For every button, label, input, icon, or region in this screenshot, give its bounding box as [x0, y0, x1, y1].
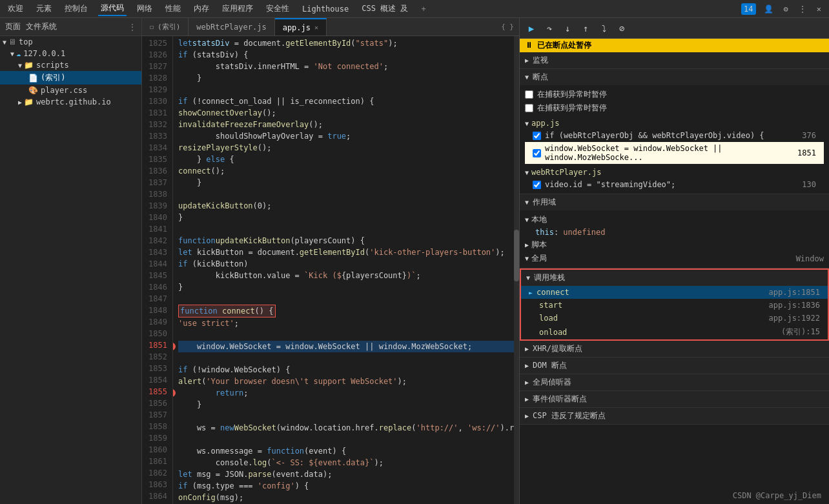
- dom-arrow: ▶: [525, 362, 529, 369]
- code-line-1864: onConfig(msg);: [178, 492, 514, 503]
- call-entry-connect[interactable]: ► connect app.js:1851: [521, 286, 828, 299]
- exception-check-2[interactable]: [525, 104, 533, 112]
- sidebar-label-top: top: [19, 37, 33, 46]
- breakpoint-dot-1851: [173, 343, 176, 350]
- sidebar-label-scripts: scripts: [36, 61, 69, 70]
- call-loc-connect: app.js:1851: [769, 288, 820, 297]
- bp-text-appjs-1851: window.WebSocket = window.WebSocket || w…: [545, 144, 797, 162]
- menu-security[interactable]: 安全性: [263, 2, 292, 15]
- tab-webrtcplayer[interactable]: webRtcPlayer.js: [189, 18, 274, 35]
- sidebar-item-scripts[interactable]: ▼ 📁 scripts: [0, 59, 141, 71]
- editor-tabs: ◻ (索引) webRtcPlayer.js app.js ✕ { }: [142, 18, 519, 36]
- sidebar-item-top[interactable]: ▼ 🖥 top: [0, 36, 141, 48]
- code-line-1860: ws.onmessage = function(event) {: [178, 445, 514, 457]
- scope-global-header[interactable]: ▼ 全局 Window: [525, 252, 824, 265]
- exception-label-1: 在捕获到异常时暂停: [537, 89, 607, 100]
- callstack-header[interactable]: ▼ 调用堆栈: [521, 270, 828, 286]
- menu-elements[interactable]: 元素: [34, 2, 54, 15]
- tab-appjs[interactable]: app.js ✕: [275, 18, 327, 35]
- code-line-1852: [178, 352, 514, 364]
- editor-scrollbar[interactable]: [514, 36, 519, 504]
- menu-add[interactable]: +: [418, 3, 428, 15]
- csp-header[interactable]: ▶ CSP 违反了规定断点: [520, 408, 829, 424]
- scope-key-this: this: [535, 228, 554, 237]
- tab-count: 14: [741, 3, 755, 15]
- sidebar-item-css[interactable]: 🎨 player.css: [0, 85, 141, 96]
- section-global-listeners: ▶ 全局侦听器: [520, 374, 829, 391]
- scope-header[interactable]: ▼ 作用域: [520, 194, 829, 210]
- debug-status-bar: ⏸ 已在断点处暂停: [520, 39, 829, 52]
- code-line-1841: [178, 223, 514, 235]
- dom-header[interactable]: ▶ DOM 断点: [520, 358, 829, 374]
- code-line-1849: 'use strict';: [178, 318, 514, 329]
- tab-filesystem[interactable]: 文件系统: [26, 21, 57, 32]
- menu-right: 14 👤 ⚙ ⋮ ✕: [741, 3, 824, 15]
- scope-local-header[interactable]: ▼ 本地: [525, 213, 824, 227]
- callstack-content: ► connect app.js:1851 start app.js:1836 …: [521, 286, 828, 339]
- menu-bar: 欢迎 元素 控制台 源代码 网络 性能 内存 应用程序 安全性 Lighthou…: [0, 0, 829, 18]
- section-xhr: ▶ XHR/提取断点: [520, 341, 829, 358]
- menu-network[interactable]: 网络: [134, 2, 155, 15]
- menu-sources[interactable]: 源代码: [98, 1, 127, 16]
- xhr-header[interactable]: ▶ XHR/提取断点: [520, 341, 829, 357]
- top-icon: 🖥: [8, 37, 16, 46]
- file-bp-arrow-appjs: ▼: [525, 120, 529, 127]
- tab-label-index: (索引): [158, 22, 180, 32]
- devtools-close-icon[interactable]: ✕: [814, 3, 824, 15]
- sidebar-item-server[interactable]: ▼ ☁ 127.0.0.1: [0, 48, 141, 59]
- sidebar-item-webrtc[interactable]: ▶ 📁 webrtc.github.io: [0, 96, 141, 108]
- scope-global-val: Window: [796, 254, 824, 263]
- code-line-1826: if (statsDiv) {: [178, 49, 514, 61]
- devtools-settings-icon[interactable]: ⚙: [781, 3, 791, 15]
- code-line-1832: invalidateFreezeFrameOverlay();: [178, 119, 514, 130]
- bp-check-appjs-376[interactable]: [533, 132, 541, 140]
- scope-script-header[interactable]: ▶ 脚本: [525, 238, 824, 252]
- code-line-1846: }: [178, 281, 514, 293]
- code-line-1834: resizePlayerStyle();: [178, 142, 514, 154]
- format-icon[interactable]: { }: [501, 23, 514, 31]
- bp-check-webrtc-130[interactable]: [533, 181, 541, 189]
- file-bp-header-webrtcplayer[interactable]: ▼ webRtcPlayer.js: [525, 166, 824, 178]
- menu-lighthouse[interactable]: Lighthouse: [300, 3, 351, 15]
- breakpoints-header[interactable]: ▼ 断点: [520, 69, 829, 85]
- call-entry-onload[interactable]: onload (索引):15: [521, 325, 828, 339]
- code-content[interactable]: let statsDiv = document.getElementById("…: [173, 36, 514, 504]
- event-listeners-header[interactable]: ▶ 事件侦听器断点: [520, 391, 829, 407]
- debug-stepout-btn[interactable]: ↑: [579, 22, 592, 35]
- exception-check-1[interactable]: [525, 90, 533, 99]
- sidebar-item-index[interactable]: 📄 (索引): [0, 71, 141, 85]
- call-entry-load[interactable]: load app.js:1922: [521, 312, 828, 325]
- call-entry-start[interactable]: start app.js:1836: [521, 299, 828, 312]
- bp-text-appjs-376: if (webRtcPlayerObj && webRtcPlayerObj.v…: [545, 131, 802, 140]
- scope-script-arrow: ▶: [525, 241, 529, 248]
- file-breakpoints-appjs: ▼ app.js if (webRtcPlayerObj && webRtcPl…: [525, 117, 824, 164]
- tab-index[interactable]: ◻ (索引): [142, 18, 189, 35]
- bp-check-appjs-1851[interactable]: [533, 149, 541, 157]
- debug-deactivate-btn[interactable]: ⤵: [597, 22, 610, 35]
- menu-memory[interactable]: 内存: [191, 2, 212, 15]
- menu-performance[interactable]: 性能: [163, 2, 183, 15]
- sidebar-label-webrtc: webrtc.github.io: [36, 97, 111, 106]
- menu-css[interactable]: CSS 概述 及: [359, 2, 411, 15]
- code-line-1851: window.WebSocket = window.WebSocket || w…: [178, 341, 514, 352]
- file-bp-header-appjs[interactable]: ▼ app.js: [525, 117, 824, 129]
- code-line-1843: let kickButton = document.getElementById…: [178, 247, 514, 258]
- menu-app[interactable]: 应用程序: [220, 2, 256, 15]
- editor-scroll[interactable]: 18251826182718281829 1830183118321833183…: [142, 36, 519, 504]
- sidebar-more-icon[interactable]: ⋮: [128, 23, 136, 32]
- tab-close-appjs[interactable]: ✕: [314, 24, 318, 31]
- tab-page[interactable]: 页面: [5, 21, 21, 32]
- devtools-more-icon[interactable]: ⋮: [796, 3, 809, 15]
- sidebar: 页面 文件系统 ⋮ ▼ 🖥 top ▼ ☁ 127.0.0.1 ▼ 📁 scr: [0, 18, 142, 504]
- watch-header[interactable]: ▶ 监视: [520, 52, 829, 68]
- debug-stepover-btn[interactable]: ↷: [543, 22, 556, 35]
- debug-toolbar: ▶ ↷ ↓ ↑ ⤵ ⊘: [520, 18, 829, 39]
- menu-console[interactable]: 控制台: [62, 2, 90, 15]
- global-listeners-header[interactable]: ▶ 全局侦听器: [520, 374, 829, 390]
- scope-global-label: 全局: [531, 253, 547, 264]
- debug-resume-btn[interactable]: ▶: [525, 22, 538, 35]
- code-line-1853: if (!window.WebSocket) {: [178, 364, 514, 376]
- debug-stepinto-btn[interactable]: ↓: [561, 22, 574, 35]
- menu-welcome[interactable]: 欢迎: [5, 2, 26, 15]
- debug-disable-btn[interactable]: ⊘: [615, 22, 628, 35]
